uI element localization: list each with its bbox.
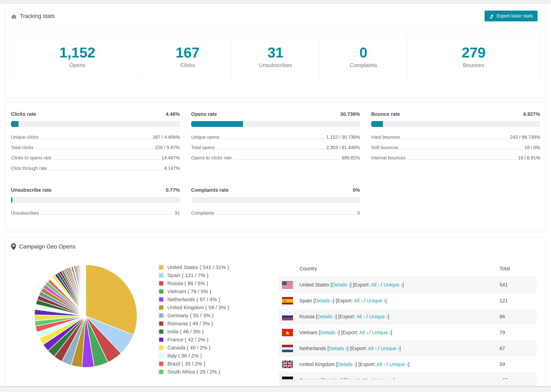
legend-label: France ( 42 / 2% ): [167, 337, 208, 343]
legend-swatch-icon: [158, 297, 164, 302]
detail-value: 4.147%: [164, 166, 180, 171]
detail-value: 689.82%: [342, 155, 360, 161]
export-all-link-vn[interactable]: All ›: [359, 330, 368, 335]
link-bracket-text: ]: [393, 378, 395, 379]
detail-label: Soft bounces: [371, 145, 398, 150]
table-row-nl: Netherlands [Details ›] [Export: All › /…: [279, 341, 537, 357]
map-pin-icon: [11, 243, 16, 250]
export-unique-link-vn[interactable]: Unique ›: [372, 330, 391, 335]
detail-label: Unique opens: [191, 135, 220, 140]
legend-item: Russia ( 86 / 5% ): [158, 280, 229, 286]
export-unique-link-us[interactable]: Unique ›: [384, 282, 403, 287]
stat-label: Clicks: [180, 62, 195, 68]
link-bracket-text: ] [Export:: [347, 346, 368, 351]
progress-bar-unsubscribe: [11, 197, 180, 203]
pie-slice-other: [85, 265, 86, 316]
dotted-leader: [234, 159, 340, 160]
dotted-leader: [49, 170, 162, 170]
detail-label: Opens to clicks rate: [191, 155, 232, 161]
legend-item: South Africa ( 29 / 2% ): [158, 369, 229, 375]
rate-detail-row: Unique clicks167 / 4.456%: [11, 135, 180, 140]
export-all-link-de[interactable]: All ›: [361, 378, 370, 379]
stat-label: Bounces: [463, 62, 484, 68]
legend-swatch-icon: [158, 345, 164, 350]
export-unique-link-ru[interactable]: Unique ›: [369, 314, 388, 319]
link-bracket-text: ]: [391, 330, 392, 335]
dotted-leader: [402, 139, 508, 139]
progress-bar-complaints: [191, 197, 360, 203]
export-all-link-us[interactable]: All ›: [371, 282, 380, 287]
legend-item: Romania ( 49 / 3% ): [158, 321, 229, 327]
details-link-gb[interactable]: Details ›: [337, 362, 355, 367]
legend-item: Netherlands ( 67 / 4% ): [158, 297, 229, 302]
legend-label: United Kingdom ( 59 / 3% ): [167, 305, 229, 310]
export-all-link-gb[interactable]: All ›: [376, 362, 385, 367]
pie-legend: United States ( 541 / 31% )Spain ( 121 /…: [158, 264, 229, 377]
details-link-vn[interactable]: Details ›: [320, 330, 338, 335]
legend-item: France ( 42 / 2% ): [158, 337, 229, 343]
detail-label: Internal bounces: [371, 155, 405, 161]
rates-card: Clicks rate4.46%Unique clicks167 / 4.456…: [5, 103, 546, 230]
geo-opens-header: Campaign Geo Opens: [5, 237, 546, 256]
rate-title: Unsubscribe rate: [11, 187, 51, 193]
link-bracket-text: ]: [399, 346, 401, 351]
link-bracket-text: ]: [388, 314, 389, 319]
progress-bar-fill: [11, 121, 19, 127]
table-row-us: United States [Details ›] [Export: All ›…: [279, 277, 537, 293]
detail-label: Hard bounces: [371, 135, 400, 140]
legend-label: Italy ( 36 / 2% ): [167, 353, 202, 359]
dotted-leader: [222, 139, 324, 139]
rate-detail-row: Soft bounces18 / 0%: [371, 145, 540, 150]
legend-swatch-icon: [158, 361, 164, 366]
table-row-de: Germany [Details ›] [Export: All › / Uni…: [279, 372, 537, 386]
legend-item: Italy ( 36 / 2% ): [158, 353, 229, 359]
table-header-row: Country Total: [279, 260, 537, 277]
tracking-stats-title: Tracking stats: [20, 13, 55, 19]
link-bracket-text: ]: [385, 298, 387, 303]
page-bottom-strip: [0, 386, 551, 392]
export-icon: [489, 14, 494, 19]
legend-swatch-icon: [158, 265, 164, 270]
details-link-de[interactable]: Details ›: [322, 378, 340, 379]
total-cell: 67: [500, 346, 505, 351]
link-bracket-text: United States [: [299, 282, 332, 287]
link-bracket-text: /: [365, 314, 369, 319]
stat-card-complaints: 0Complaints: [319, 34, 407, 80]
details-link-nl[interactable]: Details ›: [329, 346, 347, 351]
rate-panel-clicks: Clicks rate4.46%Unique clicks167 / 4.456…: [11, 111, 180, 176]
export-unique-link-es[interactable]: Unique ›: [367, 298, 385, 303]
progress-bar-fill: [11, 197, 12, 203]
detail-value: 220 / 5.87%: [155, 145, 180, 150]
link-bracket-text: /: [385, 362, 389, 367]
rate-value: 6.927%: [523, 111, 540, 117]
stat-value: 0: [359, 45, 367, 60]
export-unique-link-nl[interactable]: Unique ›: [381, 346, 399, 351]
export-basic-stats-button[interactable]: Export basic stats: [485, 11, 537, 21]
clipped-row-window: Germany [Details ›] [Export: All › / Uni…: [282, 377, 537, 379]
export-unique-link-gb[interactable]: Unique ›: [389, 362, 408, 367]
detail-label: Unique clicks: [11, 135, 38, 140]
legend-item: Brazil ( 33 / 2% ): [158, 361, 229, 367]
link-bracket-text: ] [Export:: [350, 282, 371, 287]
export-unique-link-de[interactable]: Unique ›: [374, 378, 393, 379]
legend-item: Germany ( 55 / 3% ): [158, 313, 229, 318]
details-link-us[interactable]: Details ›: [332, 282, 350, 287]
table-row-vn: Vietnam [Details ›] [Export: All › / Uni…: [279, 325, 537, 341]
link-bracket-text: Germany [: [299, 378, 322, 379]
legend-label: Brazil ( 33 / 2% ): [167, 361, 205, 367]
legend-swatch-icon: [158, 329, 164, 334]
rate-value: 0.77%: [166, 187, 180, 193]
details-link-ru[interactable]: Details ›: [317, 314, 335, 319]
link-bracket-text: /: [376, 346, 381, 351]
export-all-link-es[interactable]: All ›: [354, 298, 362, 303]
details-link-es[interactable]: Details ›: [315, 298, 333, 303]
export-all-link-nl[interactable]: All ›: [368, 346, 376, 351]
stat-label: Unsubscribes: [259, 62, 292, 68]
legend-label: Canada ( 40 / 2% ): [167, 345, 211, 351]
de-flag-icon: [282, 377, 293, 379]
total-cell: 86: [500, 314, 505, 320]
progress-bar-bounce: [371, 121, 540, 127]
rate-detail-row: Total clicks220 / 5.87%: [11, 145, 180, 150]
export-all-link-ru[interactable]: All ›: [356, 314, 365, 319]
legend-label: Russia ( 86 / 5% ): [167, 280, 208, 286]
